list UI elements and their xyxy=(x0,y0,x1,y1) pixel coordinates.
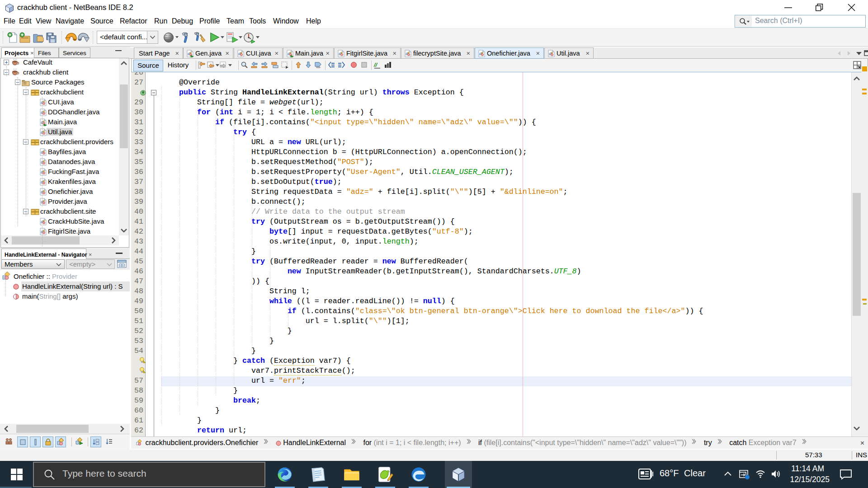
svg-text://: // xyxy=(373,61,378,68)
